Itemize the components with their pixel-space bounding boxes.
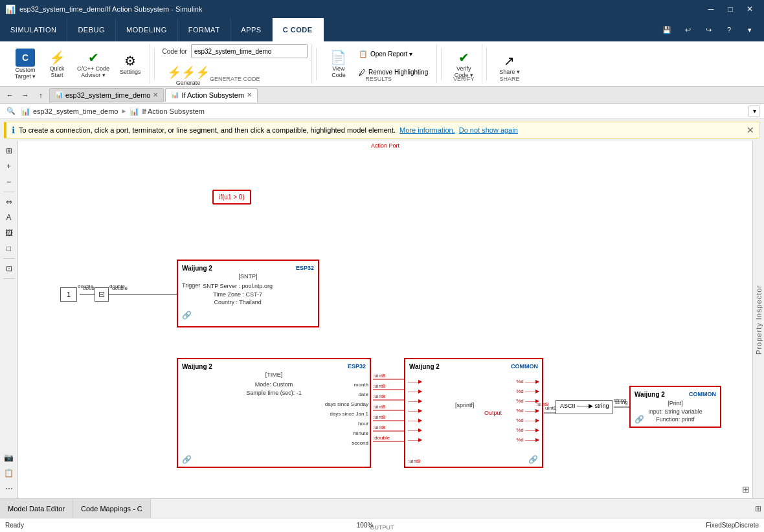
tab-if-action-close[interactable]: ✕ [247, 91, 252, 98]
format-block-title: Waijung 2 [409, 363, 440, 370]
diagram[interactable]: double double uint8 Output [18, 141, 752, 498]
fmt-arrow-4: ——▶ [408, 408, 422, 414]
tab-if-action-icon: 📊 [171, 91, 179, 98]
more-button[interactable]: ⋯ [2, 482, 16, 496]
bottom-expand-btn[interactable]: ⊞ [752, 499, 764, 518]
settings-label: Settings [120, 69, 141, 75]
format-block[interactable]: Waijung 2 COMMON ——▶ ——▶ ——▶ ——▶ ——▶ ——▶… [404, 358, 543, 468]
menu-modeling[interactable]: MODELING [116, 18, 178, 41]
generate-code-group: Code for ⚡⚡⚡ GenerateCode ▾ GENERATE COD… [159, 44, 312, 83]
action-port-label: Action Port [18, 142, 752, 149]
nav-back-button[interactable]: ← [3, 88, 17, 102]
format-block-header: Waijung 2 COMMON [409, 363, 538, 370]
ascii-block[interactable]: ASCII ——▶ string [556, 400, 612, 414]
expand-handle[interactable]: ⊞ [742, 484, 750, 494]
zoom-fit-button[interactable]: ⊞ [2, 144, 16, 158]
zoom-out-button[interactable]: − [2, 175, 16, 189]
property-inspector-label[interactable]: Property Inspector [755, 285, 763, 355]
sntp-block[interactable]: Waijung 2 ESP32 [SNTP] Trigger SNTP Serv… [177, 260, 319, 327]
custom-target-label: CustomTarget ▾ [15, 67, 36, 80]
tab-esp32-close[interactable]: ✕ [153, 91, 158, 98]
redo-icon[interactable]: ↪ [699, 21, 717, 39]
infobar-close[interactable]: ✕ [747, 125, 754, 135]
format-link-icon: 🔗 [528, 455, 538, 464]
breadcrumb-search[interactable]: 🔍 [4, 104, 18, 118]
view-code-icon: 📄 [330, 50, 346, 65]
close-button[interactable]: ✕ [741, 2, 759, 16]
toolbar: C CustomTarget ▾ ⚡ QuickStart ✔ C/C++ Co… [0, 41, 764, 87]
view-code-button[interactable]: 📄 ViewCode [324, 46, 353, 82]
breadcrumb-expand[interactable]: ▾ [748, 105, 760, 117]
time-block-subtitle: [TIME] [182, 371, 366, 378]
verify-code-icon: ✔ [458, 50, 469, 65]
help-icon[interactable]: ? [720, 21, 738, 39]
model-data-editor-tab[interactable]: Model Data Editor [0, 499, 73, 518]
info-link-2[interactable]: Do not show again [459, 126, 518, 134]
relay-block[interactable] [95, 287, 109, 302]
settings-button[interactable]: ⚙ Settings [115, 46, 146, 82]
sntp-block-title: Waijung 2 [182, 265, 212, 272]
menu-ccode[interactable]: C CODE [273, 18, 324, 41]
left-toolbar: ⊞ + − ⇔ A 🖼 □ ⊡ 📷 📋 ⋯ [0, 141, 18, 498]
maximize-button[interactable]: □ [721, 2, 739, 16]
fmt-out-4: %d ——▶ [516, 408, 539, 414]
share-group: ↗ Share ▾ SHARE [491, 44, 528, 83]
menu-apps[interactable]: APPS [230, 18, 272, 41]
action-port-block[interactable]: if(u1 > 0) [212, 190, 251, 205]
lt-sep-2 [3, 258, 15, 259]
block-tool-button[interactable]: □ [2, 241, 16, 256]
camera-button[interactable]: 📷 [2, 450, 16, 465]
undo-icon[interactable]: ↩ [679, 21, 697, 39]
string-label: string [614, 397, 627, 403]
time-port-days-jan: days since Jan 1 [330, 411, 370, 417]
print-link-icon: 🔗 [635, 415, 644, 424]
time-block[interactable]: Waijung 2 ESP32 [TIME] Mode: Custom Samp… [177, 358, 371, 468]
share-label: Share ▾ [499, 69, 520, 75]
sntp-trigger-label: Trigger [182, 282, 200, 289]
sntp-block-header: Waijung 2 ESP32 [182, 265, 314, 272]
menu-simulation[interactable]: SIMULATION [0, 18, 67, 41]
tab-if-action[interactable]: 📊 If Action Subsystem ✕ [165, 88, 258, 102]
double-label-1: double [78, 283, 93, 289]
clipboard-button[interactable]: 📋 [2, 466, 16, 480]
cpp-advisor-button[interactable]: ✔ C/C++ CodeAdvisor ▾ [73, 46, 114, 82]
custom-target-button[interactable]: C CustomTarget ▾ [9, 46, 41, 82]
relay-icon [99, 292, 104, 297]
breadcrumb-icon-1: 📊 [21, 107, 30, 116]
minimize-button[interactable]: ─ [702, 2, 720, 16]
info-message: To create a connection, click a port, te… [19, 126, 396, 134]
fmt-out-5: %d ——▶ [516, 417, 539, 423]
tab-esp32-demo[interactable]: 📊 esp32_system_time_demo ✕ [49, 88, 164, 102]
open-report-button[interactable]: 📋 Open Report ▾ [354, 46, 433, 63]
image-tool-button[interactable]: 🖼 [2, 226, 16, 240]
print-block-title: Waijung 2 [635, 391, 665, 398]
quick-start-button[interactable]: ⚡ QuickStart [43, 46, 71, 82]
text-tool-button[interactable]: A [2, 210, 16, 225]
right-panel: Property Inspector [752, 141, 764, 498]
map-button[interactable]: ⊡ [2, 261, 16, 276]
menu-debug[interactable]: DEBUG [67, 18, 116, 41]
const-block[interactable]: 1 [60, 287, 77, 302]
code-mappings-tab[interactable]: Code Mappings - C [73, 499, 151, 518]
menu-expand-icon[interactable]: ▾ [741, 21, 759, 39]
time-port-days-sunday: days since Sunday [325, 401, 370, 407]
pan-button[interactable]: ⇔ [2, 195, 16, 209]
sntp-link-icon: 🔗 [182, 311, 314, 320]
menu-format[interactable]: FORMAT [178, 18, 231, 41]
fmt-out-1: %d ——▶ [516, 379, 539, 384]
sntp-block-badge: ESP32 [296, 265, 314, 272]
type-uint8-3: :uint8 [373, 393, 386, 399]
time-block-badge: ESP32 [348, 363, 366, 370]
print-block[interactable]: Waijung 2 COMMON [Print] Input: String V… [629, 386, 721, 428]
fmt-arrow-6: ——▶ [408, 427, 422, 433]
nav-up-button[interactable]: ↑ [34, 88, 48, 102]
fmt-arrow-3: ——▶ [408, 398, 422, 404]
zoom-in-button[interactable]: + [2, 159, 16, 173]
type-double-1: :double [373, 435, 390, 441]
nav-forward-button[interactable]: → [18, 88, 32, 102]
menubar: SIMULATION DEBUG MODELING FORMAT APPS C … [0, 18, 764, 41]
info-link-1[interactable]: More information. [399, 126, 455, 134]
time-port-date: date [358, 392, 370, 397]
save-icon[interactable]: 💾 [658, 21, 676, 39]
code-for-input[interactable] [191, 44, 308, 58]
